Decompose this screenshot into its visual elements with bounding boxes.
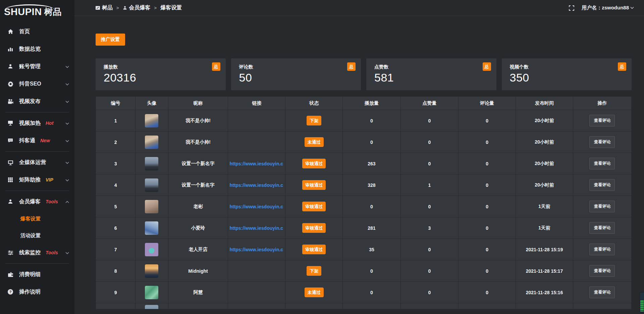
view-comments-button[interactable]: 查看评论 [589,115,615,126]
grid-icon [7,177,13,183]
status-badge: 下架 [307,266,321,276]
cell-status [285,303,343,309]
sidebar-item-account-manage[interactable]: 账号管理 [0,58,74,75]
table-header-row: 编号 头像 昵称 链接 状态 播放量 点赞量 评论量 发布时间 操作 [96,97,632,110]
logo-arc-icon [5,4,54,10]
sidebar-subitem-activity-settings[interactable]: 活动设置 [0,227,74,244]
status-badge: 审核通过 [302,245,326,254]
cell-time: 2021-11-28 15:16 [516,282,573,303]
cell-likes: 0 [400,132,458,153]
sidebar-item-member-baoke[interactable]: 会员爆客 Tools [0,193,74,210]
view-comments-button[interactable]: 查看评论 [589,222,615,234]
chevron-down-icon [65,159,69,165]
chevron-down-icon [65,177,69,183]
sidebar-item-help[interactable]: ? 操作说明 [0,283,74,301]
col-avatar: 头像 [136,97,168,110]
chevron-down-icon [65,250,69,256]
sliders-icon [7,250,13,256]
video-camera-icon [7,98,13,104]
video-link[interactable]: https://www.iesdouyin.c [228,225,285,231]
view-comments-button[interactable]: 查看评论 [589,244,615,255]
cell-avatar [136,132,168,153]
user-menu[interactable]: 用户名：zswodun88 [582,5,634,11]
cell-likes: 0 [400,110,458,132]
cell-likes: 3 [400,217,458,239]
cell-avatar [136,110,168,132]
col-comments: 评论量 [459,97,516,110]
breadcrumb-item-shupin[interactable]: 树品 [96,4,113,11]
vip-tag: VIP [46,177,53,182]
tools-tag: Tools [46,199,58,204]
view-comments-button[interactable]: 查看评论 [589,136,615,148]
view-comments-button[interactable]: 查看评论 [589,286,615,298]
video-link[interactable]: https://www.iesdouyin.c [228,182,285,188]
cell-id: 7 [96,239,136,260]
cell-status: 下架 [285,260,343,282]
cell-comments: 0 [459,132,516,153]
view-comments-button[interactable]: 查看评论 [589,158,615,169]
status-badge: 审核通过 [302,202,326,211]
sidebar-item-data-overview[interactable]: 数据总览 [0,40,74,58]
cell-id: 4 [96,174,136,196]
svg-text:?: ? [9,290,12,294]
breadcrumb-item-current: 爆客设置 [160,4,182,11]
video-link[interactable]: https://www.iesdouyin.c [228,161,285,166]
sidebar-item-matrix-boost[interactable]: 矩阵助推 VIP [0,171,74,189]
home-icon [7,29,13,35]
sidebar-item-spend-details[interactable]: 消费明细 [0,266,74,283]
video-link[interactable]: https://www.iesdouyin.c [228,247,285,252]
cell-comments: 0 [459,239,516,260]
user-icon [123,6,127,10]
sidebar-item-video-publish[interactable]: 视频发布 [0,93,74,110]
video-link[interactable]: https://www.iesdouyin.c [228,204,285,209]
chevron-down-icon [65,138,69,144]
cell-id: 1 [96,110,136,132]
sidebar-item-home[interactable]: 首页 [0,23,74,40]
cell-avatar [136,282,168,303]
cell-avatar [136,174,168,196]
chevron-up-icon [65,199,69,205]
status-badge: 审核通过 [302,223,326,233]
cell-plays: 35 [343,239,400,260]
status-badge: 未通过 [305,287,324,297]
sidebar-subitem-baoke-settings[interactable]: 爆客设置 [0,210,74,227]
avatar [145,243,158,256]
cell-actions: 查看评论 [573,282,631,303]
view-comments-button[interactable]: 查看评论 [589,179,615,191]
table-row: 1 我不是小帅! 下架 0 0 0 20小时前 查看评论 [96,110,632,132]
avatar [145,286,158,299]
cell-nickname: 设置一个新名字 [168,153,228,174]
page-icon [96,6,100,10]
view-comments-button[interactable]: 查看评论 [589,265,615,277]
cell-id: 2 [96,132,136,153]
sidebar-item-douketong[interactable]: 抖客通 New [0,132,74,149]
cell-status: 审核通过 [285,196,343,217]
cell-comments: 0 [459,282,516,303]
sidebar-item-lead-monitor[interactable]: 线索监控 Tools [0,244,74,261]
cell-avatar [136,153,168,174]
tools-tag: Tools [46,250,58,255]
breadcrumb-separator: > [154,5,157,10]
col-actions: 操作 [573,97,631,110]
sidebar-item-video-heat[interactable]: 视频加热 Hot [0,114,74,132]
cell-likes [400,303,458,309]
stat-card-plays: 播放数 20316 总 [96,58,226,90]
breadcrumb-item-member-baoke[interactable]: 会员爆客 [123,4,151,11]
sidebar-item-douyin-seo[interactable]: 抖音SEO [0,75,74,93]
bar-chart-icon [7,46,13,52]
cell-likes: 0 [400,239,458,260]
promo-settings-button[interactable]: 推广设置 [96,34,125,46]
total-badge: 总 [618,62,626,71]
stat-card-comments: 评论数 50 总 [231,58,361,90]
floating-widget[interactable] [640,292,644,312]
sidebar-item-media-operation[interactable]: 全媒体运营 [0,154,74,171]
cell-plays: 0 [343,282,400,303]
user-icon [7,63,13,69]
fullscreen-icon[interactable] [569,5,574,11]
green-stripes-icon [640,301,644,311]
table-row: 4 设置一个新名字 https://www.iesdouyin.c 审核通过 3… [96,174,632,196]
table-row: 2 我不是小帅! 未通过 0 0 0 20小时前 查看评论 [96,132,632,153]
avatar [145,157,158,170]
view-comments-button[interactable]: 查看评论 [589,201,615,212]
cell-link [228,303,285,309]
